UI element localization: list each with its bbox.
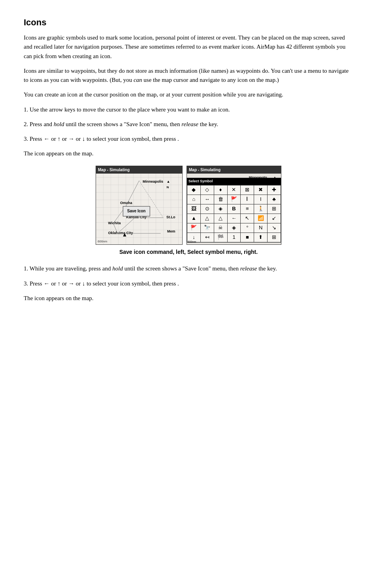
step2-text-2: until the screen shows a "Save Icon" men…: [64, 121, 182, 127]
after-step3-1: 3. Press ← or ↑ or → or ↓ to select your…: [24, 280, 179, 287]
symbol-degree[interactable]: °: [241, 223, 254, 233]
after-text-3: the key.: [257, 265, 277, 272]
symbol-grid-sq[interactable]: ⊞: [268, 204, 281, 214]
symbol-triangle-fill[interactable]: ▲: [187, 214, 201, 223]
symbol-person[interactable]: 🚶: [254, 204, 268, 214]
image-caption: Save icon command, left, Select symbol m…: [24, 248, 353, 257]
after-step3-text-2: The icon appears on the map.: [24, 294, 353, 303]
symbol-grid[interactable]: ◆ ◇ ♦ ✕ ⊠ ✖ ✚ ⌂ ↔ 🗑 🚩 𝄃 I ♣ 🖼: [187, 185, 281, 242]
after-step1-text: 1. While you are traveling, press and ho…: [24, 264, 353, 273]
symbol-bold-b[interactable]: B: [228, 204, 241, 214]
symbol-down-arrow[interactable]: ↙: [268, 214, 281, 223]
symbol-table[interactable]: ⊞: [268, 233, 281, 242]
symbol-signal[interactable]: 📶: [254, 214, 268, 223]
symbol-up2[interactable]: ⬆: [254, 233, 268, 242]
symbol-check-flag[interactable]: 🏁: [214, 233, 228, 242]
step2-italic-1: hold: [54, 121, 64, 127]
right-map-mini: Minneapolis ▲N: [187, 174, 281, 178]
symbol-lines[interactable]: ≡: [241, 204, 254, 214]
after-italic-2: release: [240, 265, 257, 272]
symbol-x[interactable]: ✕: [228, 185, 241, 195]
save-icon-overlay: Save Icon: [123, 206, 150, 216]
symbol-l[interactable]: I: [254, 195, 268, 204]
map-cursor-icon: ▲: [122, 231, 127, 239]
right-map-title: Map - Simulating: [187, 166, 281, 174]
step-2: 2. Press and hold until the screen shows…: [24, 120, 353, 129]
symbol-diag-arrow[interactable]: ↘: [268, 223, 281, 233]
symbol-arrows[interactable]: ↔: [201, 195, 214, 204]
symbol-left-arrow[interactable]: ←: [228, 214, 241, 223]
left-map-scale: 600nm: [98, 239, 107, 244]
p2-italic: can: [134, 77, 142, 83]
select-symbol-panel: Minneapolis ▲N Select Symbol ◆ ◇ ♦ ✕ ⊠ ✖…: [187, 174, 281, 245]
step2-text-1: 2. Press and: [24, 121, 54, 127]
symbol-binoculars[interactable]: 🔭: [201, 223, 214, 233]
step2-text-3: the key.: [198, 121, 218, 127]
left-map-bg: Minneapolis ▲N Omaha Kansas City St.Lo W…: [96, 174, 182, 245]
step3-text-1: 3. Press ← or ↑ or → or ↓ to select your…: [24, 136, 179, 142]
symbol-one[interactable]: 1: [228, 233, 241, 242]
step-3-text-2: The icon appears on the map.: [24, 149, 353, 158]
left-map-title: Map - Simulating: [96, 166, 182, 174]
symbol-plus[interactable]: ✚: [268, 185, 281, 195]
symbol-flag-sm[interactable]: 🚩: [228, 195, 241, 204]
left-map-content: Minneapolis ▲N Omaha Kansas City St.Lo W…: [96, 174, 182, 245]
symbol-diamond-filled[interactable]: ◆: [187, 185, 201, 195]
symbol-up-diag[interactable]: ↖: [241, 214, 254, 223]
step-2-text: 2. Press and hold until the screen shows…: [24, 120, 353, 129]
symbol-trash[interactable]: 🗑: [214, 195, 228, 204]
symbol-house[interactable]: ⌂: [187, 195, 201, 204]
after-italic-1: hold: [112, 265, 123, 272]
right-map-content: Minneapolis ▲N Select Symbol ◆ ◇ ♦ ✕ ⊠ ✖…: [187, 174, 281, 245]
svg-line-4: [113, 223, 118, 233]
paragraph-3: You can create an icon at the cursor pos…: [24, 90, 353, 99]
symbol-diamond-outline[interactable]: ◇: [201, 185, 214, 195]
page-title: Icons: [24, 16, 353, 29]
right-map-bottom: 600nm: [187, 242, 281, 245]
symbol-back[interactable]: ↤: [201, 233, 214, 242]
symbol-circle-dot[interactable]: ⊙: [201, 204, 214, 214]
symbol-diamond-ring[interactable]: ◈: [214, 204, 228, 214]
after-text-1: 1. While you are traveling, press and: [24, 265, 112, 272]
paragraph-2: Icons are similar to waypoints, but they…: [24, 66, 353, 85]
step2-italic-2: release: [181, 121, 198, 127]
right-map: Map - Simulating Minneapolis ▲N Select S…: [187, 166, 281, 245]
after-step-1: 1. While you are traveling, press and ho…: [24, 264, 353, 273]
symbol-flag2[interactable]: 🚩: [187, 223, 201, 233]
symbol-pitchfork[interactable]: 𝄃: [241, 195, 254, 204]
symbol-tree[interactable]: ♣: [268, 195, 281, 204]
step-3: 3. Press ← or ↑ or → or ↓ to select your…: [24, 134, 353, 159]
symbol-skull[interactable]: ☠: [214, 223, 228, 233]
step-1-text: 1. Use the arrow keys to move the cursor…: [24, 105, 353, 114]
svg-line-0: [126, 181, 139, 206]
symbol-triangle-out[interactable]: △: [201, 214, 214, 223]
symbol-xbox[interactable]: ⊠: [241, 185, 254, 195]
symbol-pic[interactable]: 🖼: [187, 204, 201, 214]
symbol-n[interactable]: N: [254, 223, 268, 233]
after-text-2: until the screen shows a "Save Icon" men…: [123, 265, 240, 272]
right-north-arrow: ▲N: [273, 174, 277, 185]
paragraph-1: Icons are graphic symbols used to mark s…: [24, 33, 353, 61]
images-row: Map - Simulating Minneapolis ▲N Omaha Ka…: [24, 166, 353, 245]
p2-text-2: use the map cursor and navigate to any i…: [142, 77, 279, 83]
step-1: 1. Use the arrow keys to move the cursor…: [24, 105, 353, 114]
symbol-loop[interactable]: ◈: [228, 223, 241, 233]
symbol-square[interactable]: ■: [241, 233, 254, 242]
step-3-text: 3. Press ← or ↑ or → or ↓ to select your…: [24, 134, 353, 144]
symbol-diamond2[interactable]: ♦: [214, 185, 228, 195]
symbol-triangle3[interactable]: △: [214, 214, 228, 223]
after-step3-text: 3. Press ← or ↑ or → or ↓ to select your…: [24, 279, 353, 288]
right-map-scale: 600nm: [188, 240, 196, 244]
right-minneapolis: Minneapolis: [249, 175, 267, 180]
symbol-xbig[interactable]: ✖: [254, 185, 268, 195]
left-map: Map - Simulating Minneapolis ▲N Omaha Ka…: [96, 166, 183, 245]
after-step-3: 3. Press ← or ↑ or → or ↓ to select your…: [24, 279, 353, 303]
